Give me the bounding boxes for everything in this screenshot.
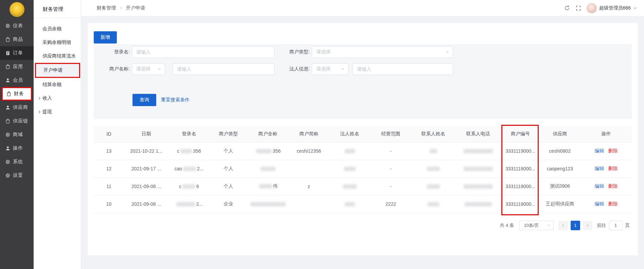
- page-content: 新增 登录名: 商户类型: 请选择: [81, 16, 644, 269]
- edit-link[interactable]: 编辑: [595, 201, 604, 206]
- sidebar-item-设置[interactable]: 设置: [0, 169, 34, 182]
- redacted-text: [464, 167, 493, 171]
- fullscreen-icon[interactable]: [575, 5, 582, 11]
- table-container: ID日期登录名商户类型商户全称商户简称法人姓名经营范围联系人姓名联系人电话商户编…: [94, 126, 632, 213]
- redacted-text: [344, 167, 356, 171]
- query-button[interactable]: 查询: [132, 94, 156, 106]
- table-cell: [455, 160, 501, 178]
- reset-search-link[interactable]: 重置搜索条件: [161, 97, 190, 103]
- table-cell: -: [370, 142, 412, 160]
- table-cell: 伟: [247, 178, 288, 195]
- sidebar-item-商城[interactable]: 商城: [0, 128, 34, 141]
- legal-info-select[interactable]: 请选择: [312, 63, 348, 75]
- sidebar-item-应用[interactable]: 应用: [0, 60, 34, 73]
- sidebar-item-仪表[interactable]: 仪表: [0, 19, 34, 33]
- submenu-item-收入[interactable]: 收入: [34, 91, 81, 105]
- delete-link[interactable]: 删除: [608, 201, 618, 206]
- submenu-item-开户申请[interactable]: 开户申请: [35, 63, 80, 78]
- cell-text: 2...: [196, 201, 203, 207]
- bag-icon: [5, 64, 11, 69]
- submenu-item-会员余额[interactable]: 会员余额: [34, 22, 81, 36]
- legal-info-input[interactable]: [353, 63, 453, 75]
- cell-text: 2021-09-17 ...: [131, 166, 161, 171]
- page-size-select[interactable]: 10条/页: [519, 221, 554, 230]
- column-header-日期: 日期: [124, 126, 168, 142]
- redacted-text: [183, 167, 196, 171]
- sidebar-item-会员[interactable]: 会员: [0, 73, 34, 87]
- applications-table: ID日期登录名商户类型商户全称商户简称法人姓名经营范围联系人姓名联系人电话商户编…: [94, 126, 632, 213]
- search-panel: 登录名: 商户类型: 请选择: [94, 44, 632, 119]
- cell-text: 2...: [197, 166, 203, 171]
- submenu-item-提现[interactable]: 提现: [34, 105, 81, 119]
- delete-link[interactable]: 删除: [608, 148, 618, 153]
- sidebar-item-商品[interactable]: 商品: [0, 33, 34, 46]
- edit-link[interactable]: 编辑: [595, 183, 604, 189]
- column-header-联系人电话: 联系人电话: [455, 126, 501, 142]
- table-cell: -: [370, 160, 412, 178]
- edit-link[interactable]: 编辑: [595, 166, 604, 171]
- table-cell: 2021-09-08 ...: [124, 195, 168, 213]
- chevron-down-icon: [157, 67, 161, 71]
- delete-link[interactable]: 删除: [608, 183, 618, 189]
- delete-link[interactable]: 删除: [608, 166, 618, 171]
- login-name-input[interactable]: [132, 46, 274, 58]
- user-icon: [5, 105, 11, 110]
- gear-icon: [5, 159, 11, 165]
- breadcrumb-item-finance[interactable]: 财务管理: [97, 5, 116, 11]
- redacted-text: [345, 202, 355, 206]
- redacted-text: [430, 149, 437, 153]
- table-cell: 企业: [210, 195, 247, 213]
- submenu-item-供应商结算流水[interactable]: 供应商结算流水: [34, 49, 81, 63]
- submenu-item-结算余额[interactable]: 结算余额: [34, 78, 81, 91]
- table-cell: c6: [168, 178, 210, 195]
- table-cell: 2021-09-17 ...: [124, 160, 168, 178]
- page-number-button[interactable]: 1: [571, 221, 580, 230]
- bag-icon: [5, 37, 11, 42]
- merchant-name-input[interactable]: [173, 63, 274, 75]
- redacted-text: [343, 184, 357, 189]
- sidebar-item-label: 设置: [13, 172, 23, 179]
- cell-text: 2021-09-08 ...: [131, 184, 161, 189]
- cell-text: 13: [106, 148, 112, 154]
- select-placeholder: 请选择: [316, 49, 443, 55]
- sidebar-item-系统[interactable]: 系统: [0, 155, 34, 169]
- table-cell: ceshi0802: [539, 142, 580, 160]
- sidebar-item-label: 会员: [13, 77, 23, 83]
- edit-link[interactable]: 编辑: [595, 148, 604, 153]
- select-placeholder: 请选择: [316, 66, 339, 72]
- sidebar-item-财务[interactable]: 财务: [2, 87, 32, 101]
- column-header-经营范围: 经营范围: [370, 126, 412, 142]
- sidebar-item-label: 商城: [13, 132, 23, 138]
- submenu-item-采购余额明细[interactable]: 采购余额明细: [34, 36, 81, 49]
- cell-text: -: [390, 148, 392, 154]
- chevron-down-icon: [633, 6, 637, 10]
- cell-text: -: [390, 166, 392, 171]
- user-menu[interactable]: 超级管理员666: [587, 3, 637, 13]
- next-page-button[interactable]: [583, 221, 592, 230]
- goto-page-input[interactable]: [609, 221, 623, 230]
- cell-text: 个人: [224, 183, 233, 189]
- cell-text: -: [390, 184, 392, 189]
- sidebar-item-订单[interactable]: 订单: [0, 46, 34, 60]
- column-header-登录名: 登录名: [168, 126, 210, 142]
- cell-text: 2222: [386, 201, 396, 207]
- sidebar-item-供应链[interactable]: 供应链: [0, 114, 34, 128]
- add-button[interactable]: 新增: [94, 31, 117, 44]
- merchant-type-select[interactable]: 请选择: [312, 46, 453, 58]
- table-cell: 12: [94, 160, 124, 178]
- app-logo[interactable]: [0, 0, 34, 19]
- table-cell: 2021-10-22 1...: [124, 142, 168, 160]
- sidebar-item-操作[interactable]: 操作: [0, 141, 34, 155]
- prev-page-button[interactable]: [558, 221, 568, 230]
- table-cell: 测试0906: [539, 178, 580, 195]
- gear-icon: [5, 173, 11, 178]
- main-area: 财务管理 开户申请 超级管理员666: [81, 0, 644, 269]
- submenu-title: 财务管理: [34, 0, 81, 18]
- refresh-icon[interactable]: [564, 5, 570, 11]
- bag-icon: [6, 91, 12, 97]
- merchant-name-select[interactable]: 请选择: [132, 63, 165, 75]
- table-header-row: ID日期登录名商户类型商户全称商户简称法人姓名经营范围联系人姓名联系人电话商户编…: [94, 126, 632, 142]
- chevron-down-icon: [445, 50, 449, 54]
- table-cell: 个人: [210, 142, 247, 160]
- sidebar-item-供应商[interactable]: 供应商: [0, 101, 34, 114]
